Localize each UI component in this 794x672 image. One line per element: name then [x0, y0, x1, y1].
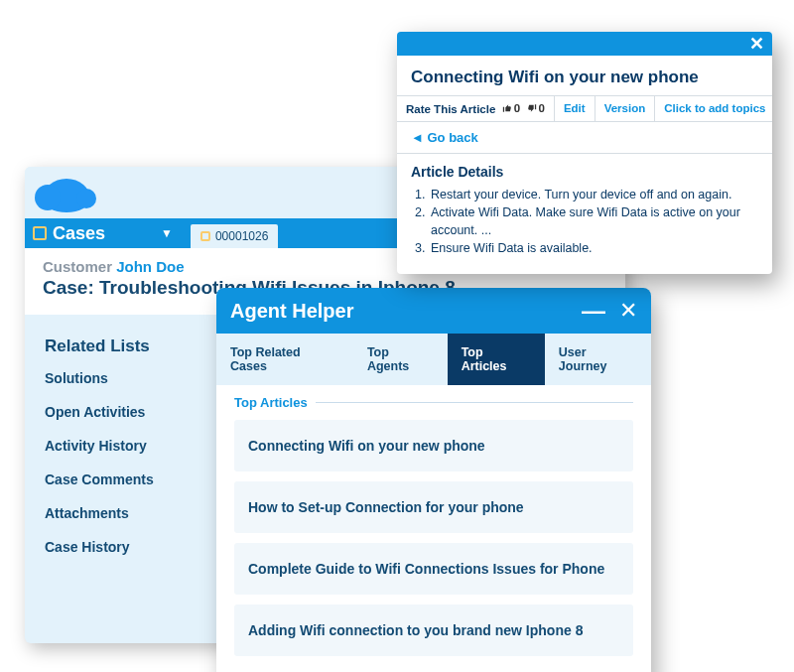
article-popup-titlebar: ✕ [397, 32, 772, 56]
agent-helper-header: Agent Helper — ✕ [216, 288, 651, 334]
chevron-down-icon: ▼ [161, 226, 173, 240]
customer-label: Customer [43, 258, 112, 275]
article-card[interactable]: How to Set-up Connection for your phone [234, 481, 633, 533]
thumbs-up[interactable]: 0 [502, 102, 520, 114]
agent-helper-panel: Agent Helper — ✕ Top Related Cases Top A… [216, 288, 651, 672]
article-version-link[interactable]: Version [596, 96, 656, 121]
article-close-icon[interactable]: ✕ [749, 33, 764, 55]
article-go-back[interactable]: ◄ Go back [397, 122, 772, 154]
section-divider [316, 402, 633, 403]
agent-helper-tabs: Top Related Cases Top Agents Top Article… [216, 334, 651, 385]
record-box-icon [200, 231, 210, 241]
article-title: Connecting Wifi on your new phone [397, 56, 772, 95]
article-steps-list: 1.Restart your device. Turn your device … [411, 186, 758, 258]
article-card[interactable]: Complete Guide to Wifi Connections Issue… [234, 543, 633, 595]
customer-name-link[interactable]: John Doe [116, 258, 184, 275]
thumbs-up-icon [502, 103, 512, 113]
cases-box-icon [33, 226, 47, 240]
record-id-text: 00001026 [215, 229, 268, 243]
article-details-heading: Article Details [411, 164, 758, 180]
tab-top-articles[interactable]: Top Articles [448, 334, 545, 385]
article-add-topics-link[interactable]: Click to add topics [655, 96, 772, 121]
record-id-tab[interactable]: 00001026 [191, 224, 278, 248]
article-details: Article Details 1.Restart your device. T… [397, 154, 772, 274]
article-meta-bar: Rate This Article 0 0 Edit Version Click… [397, 95, 772, 122]
top-articles-list: Connecting Wifi on your new phone How to… [216, 414, 651, 672]
tab-top-related-cases[interactable]: Top Related Cases [216, 334, 353, 385]
article-card[interactable]: Connecting Wifi on your new phone [234, 420, 633, 471]
top-articles-section-label: Top Articles [216, 385, 651, 414]
close-button[interactable]: ✕ [619, 298, 637, 324]
article-step: 1.Restart your device. Turn your device … [415, 186, 758, 203]
minimize-button[interactable]: — [582, 306, 605, 316]
thumbs-down[interactable]: 0 [527, 102, 545, 114]
salesforce-cloud-logo [43, 179, 90, 212]
cases-nav-dropdown[interactable]: Cases ▼ [25, 218, 185, 248]
article-edit-link[interactable]: Edit [555, 96, 596, 121]
rate-article-label: Rate This Article 0 0 [397, 96, 555, 121]
top-articles-section-text: Top Articles [234, 395, 308, 410]
article-step: 3.Ensure Wifi Data is available. [415, 239, 758, 257]
article-card[interactable]: Adding Wifi connection to you brand new … [234, 605, 633, 656]
tab-user-journey[interactable]: User Journey [545, 334, 651, 385]
article-step: 2.Activate Wifi Data. Make sure Wifi Dat… [415, 203, 758, 239]
cases-nav-label: Cases [53, 223, 105, 244]
thumbs-down-icon [527, 103, 537, 113]
article-detail-popup: ✕ Connecting Wifi on your new phone Rate… [397, 32, 772, 274]
agent-helper-title: Agent Helper [230, 300, 582, 323]
tab-top-agents[interactable]: Top Agents [353, 334, 448, 385]
